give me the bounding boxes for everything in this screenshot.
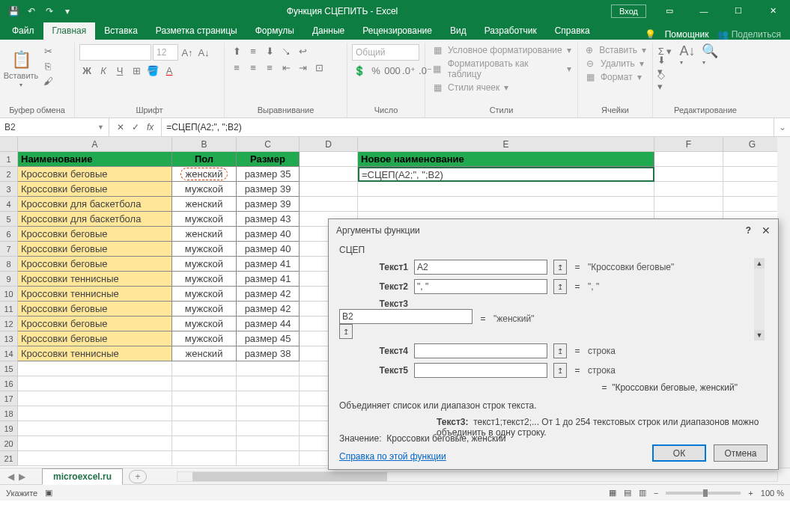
align-center-icon[interactable]: ≡ [246, 61, 261, 74]
increase-font-icon[interactable]: A↑ [180, 46, 195, 59]
macro-record-icon[interactable]: ▣ [45, 488, 52, 498]
cell[interactable]: размер 42 [237, 287, 300, 302]
cell[interactable] [723, 197, 782, 212]
sort-filter-icon[interactable]: A↓ [680, 44, 695, 58]
undo-icon[interactable]: ↶ [25, 5, 37, 17]
orientation-icon[interactable]: ⭨ [279, 44, 294, 58]
cell[interactable]: мужской [172, 182, 237, 197]
cell[interactable] [172, 406, 237, 421]
cell[interactable] [654, 197, 723, 212]
row-header[interactable]: 13 [0, 331, 18, 346]
cell[interactable]: женский [172, 167, 237, 182]
indent-dec-icon[interactable]: ⇤ [279, 61, 294, 74]
cell[interactable]: Кроссовки беговые [18, 242, 172, 257]
tell-me-icon[interactable]: 💡 [645, 29, 656, 40]
align-bottom-icon[interactable]: ⬇ [262, 44, 277, 58]
cell[interactable] [300, 167, 358, 182]
cell[interactable]: мужской [172, 242, 237, 257]
column-header[interactable]: A [18, 137, 172, 152]
close-icon[interactable]: ✕ [756, 0, 790, 22]
cell[interactable]: Кроссовки беговые [18, 227, 172, 242]
tab-view[interactable]: Вид [441, 22, 475, 40]
dialog-close-icon[interactable]: ✕ [762, 224, 771, 236]
cell[interactable] [18, 376, 172, 391]
comma-icon[interactable]: 000 [385, 64, 400, 77]
cell[interactable] [18, 436, 172, 451]
cell[interactable]: размер 39 [237, 182, 300, 197]
decrease-font-icon[interactable]: A↓ [196, 46, 211, 59]
cell[interactable]: мужской [172, 331, 237, 346]
row-header[interactable]: 2 [0, 167, 18, 182]
cell[interactable]: Кроссовки теннисные [18, 272, 172, 287]
login-button[interactable]: Вход [611, 4, 646, 18]
cell[interactable]: размер 41 [237, 257, 300, 272]
range-selector-icon[interactable]: ↥ [553, 260, 567, 275]
cell-header[interactable]: Размер [237, 152, 300, 167]
cell[interactable] [300, 152, 358, 167]
cell[interactable] [723, 167, 782, 182]
cell[interactable]: =СЦЕП(A2;", ";B2) [358, 167, 654, 182]
formula-input[interactable]: =СЦЕП(A2;", ";B2) [162, 118, 774, 136]
sheet-nav-next-icon[interactable]: ▶ [19, 471, 25, 482]
column-header[interactable]: B [172, 137, 237, 152]
font-color-icon[interactable]: A [162, 64, 177, 77]
tab-insert[interactable]: Вставка [95, 22, 147, 40]
cell[interactable] [723, 182, 782, 197]
indent-inc-icon[interactable]: ⇥ [295, 61, 310, 74]
merge-icon[interactable]: ⊡ [312, 61, 326, 74]
cell[interactable] [358, 182, 654, 197]
cell-header[interactable]: Новое наименование [358, 152, 654, 167]
paste-button[interactable]: 📋Вставить▾ [4, 44, 37, 94]
clear-icon[interactable]: ◇ ▾ [657, 74, 672, 88]
name-box[interactable]: B2▼ [0, 118, 109, 136]
row-header[interactable]: 20 [0, 436, 18, 451]
minimize-icon[interactable]: — [687, 0, 721, 22]
range-selector-icon[interactable]: ↥ [553, 279, 567, 294]
bold-icon[interactable]: Ж [79, 64, 94, 77]
cell[interactable]: размер 43 [237, 212, 300, 227]
column-header[interactable]: F [654, 137, 723, 152]
cell[interactable]: мужской [172, 317, 237, 331]
save-icon[interactable]: 💾 [7, 5, 19, 17]
cell[interactable]: Кроссовки беговые [18, 317, 172, 331]
fx-icon[interactable]: fx [147, 122, 154, 132]
cell[interactable] [723, 152, 782, 167]
ok-button[interactable]: ОК [652, 444, 706, 462]
row-header[interactable]: 17 [0, 391, 18, 406]
sheet-nav-prev-icon[interactable]: ◀ [7, 471, 14, 482]
border-icon[interactable]: ⊞ [129, 64, 144, 77]
cell[interactable] [237, 361, 300, 376]
align-middle-icon[interactable]: ≡ [246, 44, 261, 58]
horizontal-scrollbar[interactable] [177, 471, 778, 482]
row-header[interactable]: 19 [0, 421, 18, 436]
inc-decimal-icon[interactable]: .0⁺ [401, 64, 416, 77]
cell[interactable] [172, 421, 237, 436]
font-size-combo[interactable]: 12 [153, 44, 178, 61]
tell-me-label[interactable]: Помощник [665, 29, 709, 40]
cell[interactable] [237, 436, 300, 451]
number-format-combo[interactable]: Общий [352, 44, 419, 61]
tab-file[interactable]: Файл [3, 22, 43, 40]
tab-help[interactable]: Справка [546, 22, 599, 40]
range-selector-icon[interactable]: ↥ [553, 343, 567, 358]
cell[interactable]: размер 41 [237, 272, 300, 287]
cell[interactable]: мужской [172, 302, 237, 317]
cell[interactable]: женский [172, 197, 237, 212]
row-header[interactable]: 3 [0, 182, 18, 197]
zoom-in-icon[interactable]: + [748, 489, 753, 498]
cell[interactable]: размер 39 [237, 197, 300, 212]
row-header[interactable]: 8 [0, 257, 18, 272]
cell[interactable]: размер 44 [237, 317, 300, 331]
insert-cells-button[interactable]: ⊕Вставить ▾ [583, 44, 648, 56]
dialog-help-icon[interactable]: ? [746, 225, 751, 236]
row-header[interactable]: 10 [0, 287, 18, 302]
cell[interactable] [237, 376, 300, 391]
cell[interactable]: Кроссовки теннисные [18, 346, 172, 361]
column-header[interactable]: D [300, 137, 358, 152]
column-header[interactable]: G [723, 137, 782, 152]
cell[interactable] [654, 182, 723, 197]
cell[interactable] [237, 391, 300, 406]
zoom-out-icon[interactable]: − [654, 489, 658, 498]
cell[interactable]: Кроссовки беговые [18, 257, 172, 272]
cell[interactable]: Кроссовки теннисные [18, 287, 172, 302]
